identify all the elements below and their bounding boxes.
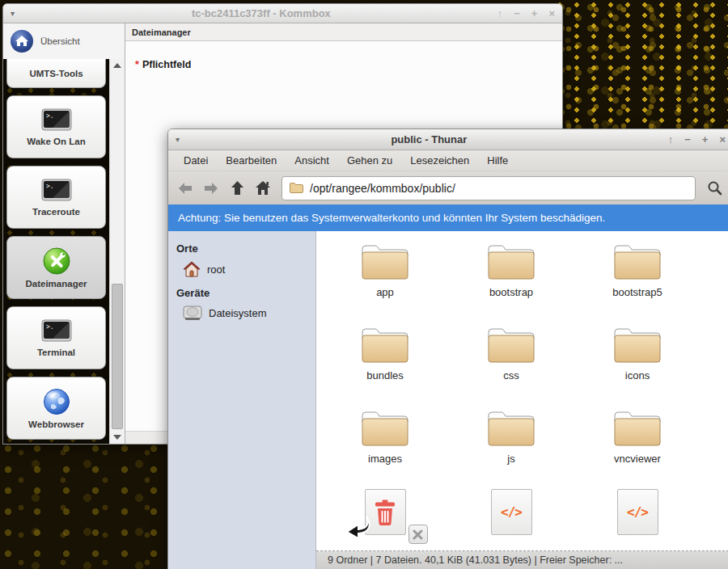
- window-menu-icon[interactable]: ▾: [11, 9, 25, 18]
- folder-item-app[interactable]: app: [322, 239, 448, 322]
- window-menu-icon[interactable]: ▾: [176, 135, 190, 144]
- folder-item-icons[interactable]: icons: [574, 322, 700, 406]
- close-button[interactable]: ×: [548, 7, 555, 19]
- folder-name: vncviewer: [614, 453, 661, 465]
- folder-item-css[interactable]: css: [448, 322, 574, 406]
- terminal-icon: >.: [41, 319, 72, 344]
- warning-text: Achtung: Sie benutzen das Systemverwalte…: [178, 212, 605, 224]
- folder-icon: [359, 406, 411, 449]
- drag-cursor-icon: [345, 515, 372, 542]
- maximize-button[interactable]: +: [702, 133, 709, 145]
- forward-arrow-icon: [203, 182, 219, 195]
- folder-icon: [359, 322, 411, 365]
- search-button[interactable]: [704, 178, 725, 199]
- search-icon: [707, 180, 722, 196]
- menu-gehen-zu[interactable]: Gehen zu: [339, 152, 400, 169]
- code-glyph: </>: [501, 504, 522, 520]
- desktop: ▾ tc-bc2411c373ff - Kommbox ↑ − + × Über…: [0, 0, 728, 569]
- folder-icon: [359, 239, 411, 282]
- folder-icon: [485, 322, 537, 365]
- minimize-button[interactable]: −: [684, 133, 691, 145]
- menu-ansicht[interactable]: Ansicht: [286, 152, 337, 169]
- required-asterisk: *: [135, 59, 139, 70]
- thunar-window: ▾ public - Thunar ↑ − + × Datei Bearbeit…: [167, 129, 728, 569]
- thunar-menubar: Datei Bearbeiten Ansicht Gehen zu Leseze…: [168, 150, 728, 171]
- folder-icon: [612, 406, 663, 449]
- home-button[interactable]: [252, 178, 273, 199]
- folder-name: images: [368, 453, 402, 465]
- file-item-code-2[interactable]: </>: [574, 489, 700, 551]
- svg-text:>.: >.: [46, 112, 54, 120]
- sidebar-item-terminal[interactable]: >. Terminal: [6, 306, 106, 369]
- file-icon-view: app bootstrap bootst: [316, 231, 728, 551]
- thunar-toolbar: /opt/rangee/kommbox/public/: [168, 171, 728, 204]
- folder-item-js[interactable]: js: [448, 406, 574, 489]
- folder-name: bootstrap5: [612, 286, 662, 298]
- overview-button[interactable]: Übersicht: [3, 23, 125, 59]
- sidebar-item-dateimanager[interactable]: Dateimanager: [6, 236, 106, 299]
- shade-button[interactable]: ↑: [497, 7, 503, 19]
- admin-warning-banner: Achtung: Sie benutzen das Systemverwalte…: [168, 204, 728, 231]
- thunar-titlebar[interactable]: ▾ public - Thunar ↑ − + ×: [168, 129, 728, 150]
- maximize-button[interactable]: +: [531, 7, 538, 19]
- back-button[interactable]: [175, 178, 196, 199]
- app-button-label: UMTS-Tools: [29, 69, 83, 78]
- folder-item-images[interactable]: images: [322, 406, 448, 489]
- trash-file-icon: [365, 489, 406, 535]
- app-button-label: Webbrowser: [28, 419, 84, 429]
- folder-item-vncviewer[interactable]: vncviewer: [574, 406, 700, 489]
- folder-name: app: [376, 286, 394, 298]
- sidebar-item-dateisystem[interactable]: Dateisystem: [183, 306, 315, 321]
- sidebar-item-root[interactable]: root: [183, 261, 315, 277]
- tab-dateimanager[interactable]: Dateimanager: [132, 27, 191, 37]
- sidebar-item-webbrowser[interactable]: Webbrowser: [6, 377, 106, 440]
- path-field[interactable]: /opt/rangee/kommbox/public/: [281, 176, 696, 200]
- folder-item-bootstrap5[interactable]: bootstrap5: [574, 239, 700, 322]
- close-button[interactable]: ×: [719, 133, 726, 145]
- thunar-statusbar: 9 Ordner | 7 Dateien. 40,1 KiB (41.031 B…: [316, 551, 728, 569]
- home-icon: [255, 180, 271, 196]
- sidebar-scrollbar[interactable]: [109, 59, 125, 444]
- sidebar-item-label: Dateisystem: [209, 307, 267, 319]
- up-button[interactable]: [226, 178, 248, 199]
- scroll-up-icon[interactable]: [110, 59, 125, 72]
- folder-item-bootstrap[interactable]: bootstrap: [448, 239, 574, 322]
- code-file-icon: </>: [491, 489, 532, 535]
- code-glyph: </>: [627, 504, 648, 520]
- scrollbar-thumb[interactable]: [112, 284, 123, 429]
- menu-lesezeichen[interactable]: Lesezeichen: [402, 152, 477, 169]
- shade-button[interactable]: ↑: [668, 133, 674, 145]
- svg-text:>.: >.: [46, 183, 54, 190]
- deny-drop-badge: [408, 525, 428, 544]
- sidebar-item-label: root: [207, 263, 225, 276]
- folder-item-bundles[interactable]: bundles: [322, 322, 448, 406]
- scroll-down-icon[interactable]: [110, 431, 125, 444]
- harddisk-icon: [183, 306, 202, 321]
- file-item-trash[interactable]: [322, 489, 448, 551]
- svg-text:>.: >.: [46, 323, 54, 331]
- path-text[interactable]: /opt/rangee/kommbox/public/: [310, 182, 455, 195]
- close-x-icon: [413, 529, 423, 540]
- kommbox-titlebar[interactable]: ▾ tc-bc2411c373ff - Kommbox ↑ − + ×: [3, 4, 562, 23]
- forward-button[interactable]: [201, 178, 222, 199]
- back-arrow-icon: [177, 182, 193, 195]
- sidebar-item-umts-tools[interactable]: UMTS-Tools: [6, 59, 106, 88]
- minimize-button[interactable]: −: [514, 7, 520, 19]
- kommbox-sidebar: Übersicht UMTS-Tools >.: [3, 23, 125, 444]
- file-item-code-1[interactable]: </>: [448, 489, 574, 551]
- menu-bearbeiten[interactable]: Bearbeiten: [218, 152, 285, 169]
- sidebar-item-wake-on-lan[interactable]: >. Wake On Lan: [6, 95, 106, 158]
- menu-datei[interactable]: Datei: [176, 152, 216, 169]
- kommbox-tabbar: Dateimanager: [125, 23, 562, 41]
- terminal-icon: >.: [41, 179, 72, 203]
- app-button-label: Terminal: [37, 348, 75, 357]
- statusbar-text: 9 Ordner | 7 Dateien. 40,1 KiB (41.031 B…: [328, 554, 623, 566]
- kommbox-app-list: UMTS-Tools >. Wake On Lan: [3, 59, 109, 444]
- sidebar-item-traceroute[interactable]: >. Traceroute: [6, 166, 106, 229]
- up-arrow-icon: [231, 180, 244, 196]
- folder-icon: [612, 322, 663, 365]
- folder-name: bundles: [366, 369, 404, 381]
- folder-name: js: [507, 453, 514, 465]
- menu-hilfe[interactable]: Hilfe: [479, 152, 516, 169]
- folder-icon: [485, 239, 537, 282]
